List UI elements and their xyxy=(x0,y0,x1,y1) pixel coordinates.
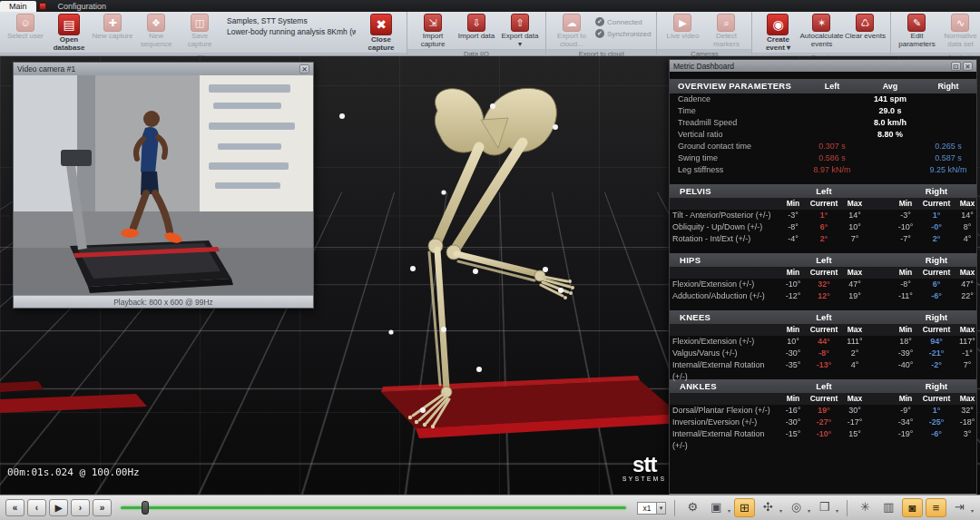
subcol-current: Current xyxy=(807,393,841,405)
left-min: -35° xyxy=(779,359,807,371)
right-max: 7° xyxy=(954,359,976,371)
left-max: 30° xyxy=(841,405,868,417)
left-max: 15° xyxy=(841,428,868,440)
autocalculate-events-label: Autocalculate events xyxy=(799,33,843,49)
edit-parameters-button[interactable]: ✎Edit parameters xyxy=(896,14,937,49)
metric-row: Internal/External Rotation (+/-)-15°-10°… xyxy=(670,428,976,440)
step-back-button[interactable]: ‹ xyxy=(27,499,46,516)
timeline-handle[interactable] xyxy=(142,501,149,515)
save-capture-icon: ◫ xyxy=(191,14,209,32)
play-button[interactable]: ▶ xyxy=(49,499,68,516)
section-band: PELVISLeftRight xyxy=(670,184,976,198)
video-camera-icon[interactable]: ◙ xyxy=(902,498,923,517)
dashboard-title: Metric Dashboard xyxy=(673,62,949,71)
scene-cube-dropdown-icon[interactable]: ▾ xyxy=(728,502,730,514)
metric-label: Adduction/Abduction (+/-) xyxy=(672,290,779,302)
video-playback-status: Playback: 800 x 600 @ 99Hz xyxy=(14,295,313,308)
viewport-layout-dropdown-icon[interactable]: ▾ xyxy=(836,502,838,514)
create-event-button[interactable]: ◉Create event ▾ xyxy=(757,14,799,53)
right-current: -2° xyxy=(919,359,954,371)
clear-events-button[interactable]: ♺Clear events xyxy=(844,14,886,41)
tab-configuration[interactable]: Configuration xyxy=(49,1,116,12)
metrics-panel-icon[interactable]: ≡ xyxy=(926,498,946,517)
charts-icon[interactable]: ▥ xyxy=(878,498,899,517)
export-data-button[interactable]: ⇧Export data ▾ xyxy=(499,14,541,49)
metric-row: Tilt - Anterior/Posterior (+/-)-3°1°14°-… xyxy=(670,210,976,221)
metric-row: Valgus/Varus (+/-)-30°-8°2°-39°-21°-1° xyxy=(670,348,976,359)
video-panel-titlebar[interactable]: Video camera #1 ✕ xyxy=(14,63,313,75)
right-column-header: Right xyxy=(892,253,976,267)
settings-gears-icon[interactable]: ⚙ xyxy=(682,498,703,517)
left-column-header: Left xyxy=(779,310,868,324)
metric-row: Dorsal/Plantar Flexion (+/-)-16°19°30°-9… xyxy=(670,405,976,417)
check-icon: ✔ xyxy=(595,17,604,26)
playback-speed[interactable]: x1 ▼ xyxy=(637,502,666,515)
close-capture-button[interactable]: ✖Close capture xyxy=(360,14,402,53)
subcol-min: Min xyxy=(892,324,919,336)
section-band: KNEESLeftRight xyxy=(670,310,976,324)
right-max: -18° xyxy=(954,417,976,428)
subcol-max: Max xyxy=(954,198,976,210)
left-column-header: Left xyxy=(779,184,868,198)
right-current: -0° xyxy=(919,221,954,233)
skip-end-button[interactable]: » xyxy=(93,499,112,516)
right-current: 6° xyxy=(919,279,954,290)
left-current: -10° xyxy=(807,428,841,440)
close-icon[interactable]: ✕ xyxy=(963,62,973,71)
viewport-3d[interactable]: 00m:01s.024 @ 100.00Hz stt SYSTEMS Video… xyxy=(0,56,980,495)
avg-value xyxy=(861,141,919,152)
cloud-status-checks: ✔Connected✔Synchronized xyxy=(593,14,652,38)
import-data-button[interactable]: ⇩Import data xyxy=(456,14,497,41)
right-min: -34° xyxy=(892,417,919,428)
section-header: KNEES xyxy=(672,310,779,324)
viewport-layout-icon[interactable]: ❒ xyxy=(814,498,835,517)
dashboard-body: OVERVIEW PARAMETERSLeftAvgRightCadence14… xyxy=(670,72,976,494)
capture-info: Samples, STT SystemsLower-body running a… xyxy=(221,14,359,37)
transport-bar: «‹▶›» x1 ▼ ⚙▣▾⊞✣▾◎▾❒▾✳▥◙≡⇥▾ xyxy=(0,495,980,520)
metric-label: Vertical ratio xyxy=(671,129,803,141)
open-database-button[interactable]: ▤Open database xyxy=(48,14,90,53)
metric-label: Treadmill Speed xyxy=(671,117,803,129)
import-capture-button[interactable]: ⇲Import capture xyxy=(412,14,454,49)
right-value xyxy=(919,93,976,105)
grid-toggle-icon[interactable]: ⊞ xyxy=(734,498,755,517)
capture-info-line1: Samples, STT Systems xyxy=(227,15,356,26)
video-feed xyxy=(14,75,313,295)
skip-start-button[interactable]: « xyxy=(5,499,24,516)
left-min: -8° xyxy=(779,221,807,233)
aperture-icon[interactable]: ✳ xyxy=(855,498,876,517)
autocalculate-events-button[interactable]: ✶Autocalculate events xyxy=(800,14,842,49)
right-current: 1° xyxy=(919,405,954,417)
import-capture-icon: ⇲ xyxy=(424,14,442,32)
subcol-max: Max xyxy=(841,198,868,210)
timeline-slider[interactable] xyxy=(121,499,626,516)
left-max: -17° xyxy=(841,417,868,428)
skeleton-model-icon[interactable]: ✣ xyxy=(758,498,779,517)
subcol-current: Current xyxy=(807,324,841,336)
export-panel-icon[interactable]: ⇥ xyxy=(949,498,970,517)
playback-speed-value: x1 xyxy=(637,502,657,515)
scene-cube-icon[interactable]: ▣ xyxy=(706,498,727,517)
step-forward-button[interactable]: › xyxy=(71,499,90,516)
visibility-eye-icon[interactable]: ◎ xyxy=(786,498,807,517)
left-value xyxy=(803,93,861,105)
right-current: -6° xyxy=(919,290,954,302)
metric-label: Tilt - Anterior/Posterior (+/-) xyxy=(672,210,779,221)
create-event-icon: ◉ xyxy=(767,14,789,35)
right-min: -10° xyxy=(892,221,919,233)
close-icon[interactable]: ✕ xyxy=(299,64,309,74)
chevron-down-icon[interactable]: ▼ xyxy=(657,502,666,515)
tab-main[interactable]: Main xyxy=(0,1,36,12)
skeleton-model-dropdown-icon[interactable]: ▾ xyxy=(779,502,782,514)
ribbon-group-export-to-cloud: ☁Export to cloud...✔Connected✔Synchroniz… xyxy=(546,12,657,55)
metric-label: Internal/External Rotation (+/-) xyxy=(672,359,779,371)
left-min: -10° xyxy=(779,279,807,290)
visibility-eye-dropdown-icon[interactable]: ▾ xyxy=(808,502,810,514)
synchronized-label: Synchronized xyxy=(607,30,651,38)
export-panel-dropdown-icon[interactable]: ▾ xyxy=(971,502,974,514)
metric-label: Dorsal/Plantar Flexion (+/-) xyxy=(672,405,779,417)
dashboard-titlebar[interactable]: Metric Dashboard ⊡ ✕ xyxy=(670,60,976,72)
pin-icon[interactable]: ⊡ xyxy=(951,62,961,71)
left-current: 19° xyxy=(807,405,841,417)
avg-value: 141 spm xyxy=(861,93,919,105)
